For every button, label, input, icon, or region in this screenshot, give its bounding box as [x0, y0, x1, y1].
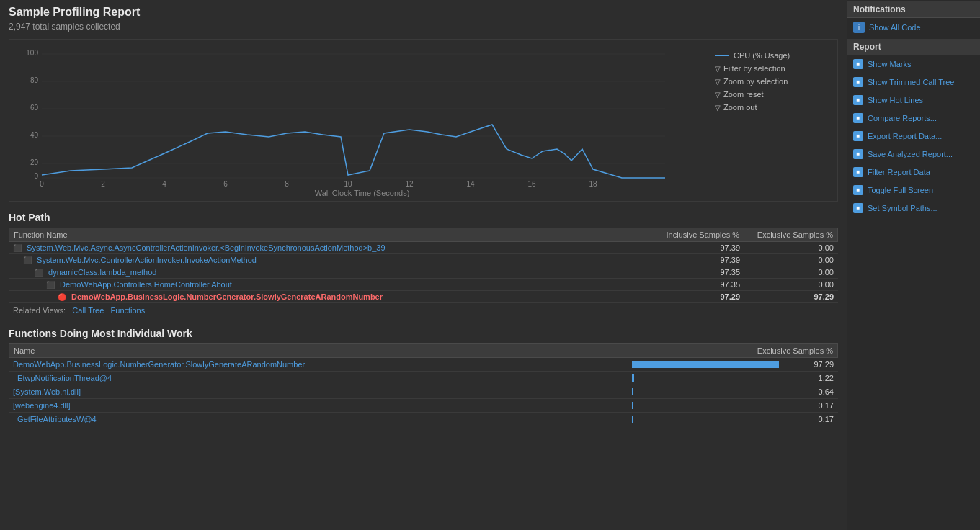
func-row-name-2[interactable]: [System.Web.ni.dll]	[13, 387, 632, 396]
func-row: _EtwpNotificationThread@4 1.22	[9, 372, 838, 385]
func-bar-2	[632, 388, 633, 395]
svg-text:0: 0	[34, 172, 38, 180]
sidebar: Notifications i Show All Code Report ■ S…	[847, 0, 980, 530]
chart-svg-wrap: 100 80 60 40 20 0 0	[17, 47, 708, 197]
functions-section: Functions Doing Most Individual Work Nam…	[9, 328, 838, 426]
func-col-name: Name	[14, 346, 739, 355]
row-link-1[interactable]: System.Web.Mvc.ControllerActionInvoker.I…	[37, 256, 257, 264]
hot-path-header: Function Name Inclusive Samples % Exclus…	[9, 228, 838, 242]
row-inc-0: 97.39	[646, 243, 740, 252]
zoom-out[interactable]: ▽ Zoom out	[715, 103, 830, 112]
sidebar-label-show-all-code: Show All Code	[869, 23, 921, 32]
zoom-reset[interactable]: ▽ Zoom reset	[715, 90, 830, 99]
sidebar-item-compare-reports[interactable]: ■ Compare Reports...	[847, 109, 980, 127]
row-icon-1: ⬛	[23, 256, 32, 264]
row-exc-2: 0.00	[740, 268, 834, 277]
zoom-out-icon: ▽	[715, 104, 721, 112]
row-link-0[interactable]: System.Web.Mvc.Async.AsyncControllerActi…	[27, 243, 386, 252]
call-tree-link[interactable]: Call Tree	[72, 306, 104, 315]
row-inc-4: 97.29	[646, 292, 740, 301]
row-link-2[interactable]: dynamicClass.lambda_method	[48, 268, 156, 277]
sidebar-label-show-trimmed-call-tree: Show Trimmed Call Tree	[868, 78, 954, 86]
sidebar-label-set-symbol-paths: Set Symbol Paths...	[868, 204, 937, 212]
sidebar-item-set-symbol-paths[interactable]: ■ Set Symbol Paths...	[847, 199, 980, 217]
func-rows: DemoWebApp.BusinessLogic.NumberGenerator…	[9, 358, 838, 426]
related-views: Related Views: Call Tree Functions	[9, 303, 838, 318]
hot-path-row: 🔴 DemoWebApp.BusinessLogic.NumberGenerat…	[9, 291, 838, 303]
sidebar-label-export-report-data: Export Report Data...	[868, 132, 942, 140]
svg-text:20: 20	[30, 158, 39, 166]
chart-icon: ■	[853, 59, 863, 69]
func-row-name-4[interactable]: _GetFileAttributesW@4	[13, 415, 632, 423]
related-views-label: Related Views:	[13, 306, 66, 315]
svg-text:100: 100	[26, 49, 38, 57]
chart-x-label: Wall Clock Time (Seconds)	[17, 189, 708, 197]
sidebar-item-show-hot-lines[interactable]: ■ Show Hot Lines	[847, 91, 980, 109]
row-link-4[interactable]: DemoWebApp.BusinessLogic.NumberGenerator…	[71, 292, 383, 301]
export-icon: ■	[853, 131, 863, 141]
row-icon-3: ⬛	[46, 281, 55, 289]
info-icon: i	[853, 22, 865, 33]
svg-text:40: 40	[30, 131, 39, 139]
svg-text:12: 12	[405, 180, 414, 187]
row-icon-0: ⬛	[13, 244, 22, 252]
row-icon-2: ⬛	[35, 269, 43, 277]
page-title: Sample Profiling Report	[9, 6, 838, 19]
row-name-3: ⬛ DemoWebApp.Controllers.HomeController.…	[46, 280, 646, 289]
filter-by-selection[interactable]: ▽ Filter by selection	[715, 64, 830, 73]
func-row-name-0[interactable]: DemoWebApp.BusinessLogic.NumberGenerator…	[13, 360, 632, 369]
row-name-0: ⬛ System.Web.Mvc.Async.AsyncControllerAc…	[13, 243, 646, 252]
func-bar-cell-3	[632, 402, 790, 409]
sidebar-item-show-all-code[interactable]: i Show All Code	[847, 18, 980, 37]
func-bar-3	[632, 402, 633, 409]
zoom-reset-icon: ▽	[715, 91, 721, 99]
func-col-exc: Exclusive Samples %	[739, 346, 833, 355]
legend-cpu-line	[715, 55, 729, 56]
sidebar-item-show-marks[interactable]: ■ Show Marks	[847, 55, 980, 73]
sidebar-notifications: i Show All Code	[847, 18, 980, 37]
functions-title: Functions Doing Most Individual Work	[9, 328, 838, 339]
zoom-by-selection[interactable]: ▽ Zoom by selection	[715, 77, 830, 86]
content-area: Sample Profiling Report 2,947 total samp…	[0, 0, 847, 530]
svg-text:60: 60	[30, 104, 39, 112]
svg-text:14: 14	[466, 180, 475, 187]
func-bar-cell-0	[632, 361, 790, 368]
subtitle: 2,947 total samples collected	[9, 22, 838, 32]
row-exc-4: 97.29	[740, 292, 834, 301]
func-row: DemoWebApp.BusinessLogic.NumberGenerator…	[9, 358, 838, 372]
legend-cpu: CPU (% Usage)	[715, 51, 830, 60]
chart-container: 100 80 60 40 20 0 0	[9, 39, 838, 202]
main-container: Sample Profiling Report 2,947 total samp…	[0, 0, 980, 530]
sidebar-item-filter-report-data[interactable]: ■ Filter Report Data	[847, 163, 980, 181]
sidebar-label-show-hot-lines: Show Hot Lines	[868, 96, 923, 104]
hot-path-row: ⬛ DemoWebApp.Controllers.HomeController.…	[9, 279, 838, 291]
row-icon-4: 🔴	[58, 293, 66, 301]
functions-link[interactable]: Functions	[111, 306, 146, 315]
sidebar-item-export-report-data[interactable]: ■ Export Report Data...	[847, 127, 980, 145]
func-row-exc-4: 0.17	[790, 415, 834, 423]
func-bar-cell-4	[632, 416, 790, 423]
func-row: _GetFileAttributesW@4 0.17	[9, 413, 838, 426]
row-link-3[interactable]: DemoWebApp.Controllers.HomeController.Ab…	[60, 280, 232, 289]
zoom-selection-icon: ▽	[715, 78, 721, 86]
sidebar-label-filter-report-data: Filter Report Data	[868, 168, 930, 176]
func-row-name-3[interactable]: [webengine4.dll]	[13, 401, 632, 410]
row-name-2: ⬛ dynamicClass.lambda_method	[35, 268, 646, 277]
col-inclusive: Inclusive Samples %	[646, 230, 739, 239]
func-bar-0	[632, 361, 779, 368]
sidebar-label-save-analyzed-report: Save Analyzed Report...	[868, 150, 953, 158]
symbol-icon: ■	[853, 203, 863, 213]
sidebar-item-show-trimmed-call-tree[interactable]: ■ Show Trimmed Call Tree	[847, 73, 980, 91]
report-header: Report	[847, 39, 980, 55]
func-bar-1	[632, 374, 634, 382]
row-inc-3: 97.35	[646, 280, 740, 289]
col-exclusive: Exclusive Samples %	[739, 230, 833, 239]
legend-cpu-label: CPU (% Usage)	[734, 51, 790, 60]
func-row-name-1[interactable]: _EtwpNotificationThread@4	[13, 374, 632, 382]
sidebar-item-toggle-full-screen[interactable]: ■ Toggle Full Screen	[847, 181, 980, 199]
svg-text:6: 6	[223, 180, 228, 187]
filter-icon: ■	[853, 167, 863, 177]
sidebar-label-compare-reports: Compare Reports...	[868, 114, 937, 122]
sidebar-item-save-analyzed-report[interactable]: ■ Save Analyzed Report...	[847, 145, 980, 163]
col-function-name: Function Name	[14, 230, 646, 239]
